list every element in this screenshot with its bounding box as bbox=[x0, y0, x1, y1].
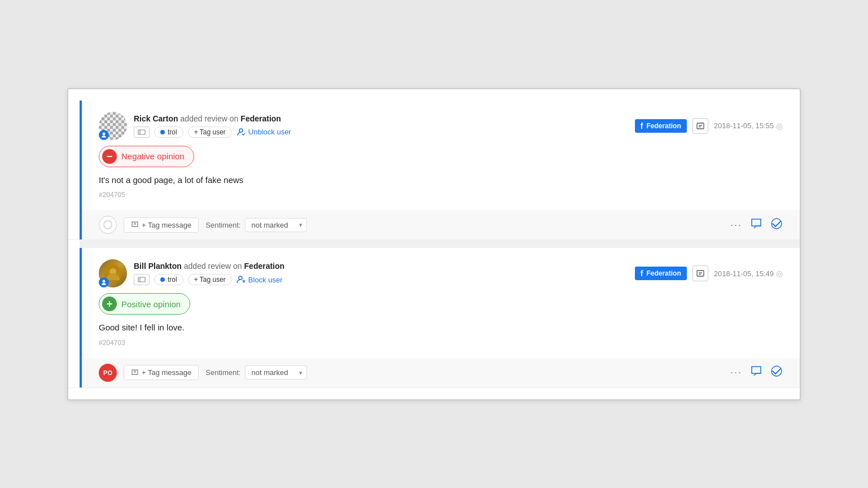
fb-page-2: Federation bbox=[646, 269, 681, 277]
sentiment-select-1[interactable]: not marked positive negative neutral bbox=[245, 218, 307, 232]
avatar-badge-1 bbox=[99, 130, 109, 140]
block-button-2[interactable]: Block user bbox=[236, 275, 283, 284]
tag-icon-2 bbox=[134, 274, 150, 285]
tag-pill-2: trol bbox=[154, 274, 183, 285]
fb-icon-2: f bbox=[641, 269, 643, 278]
circle-check-2[interactable]: PO bbox=[99, 364, 117, 382]
action-text-1: added review on bbox=[181, 114, 239, 123]
opinion-badge-1: − Negative opinion bbox=[99, 146, 194, 167]
footer-right-2: ··· bbox=[730, 365, 783, 380]
action-text-2: added review on bbox=[184, 262, 242, 271]
check-btn-1[interactable] bbox=[770, 217, 783, 233]
tag-pill-1: trol bbox=[154, 127, 183, 138]
tag-message-label-1: + Tag message bbox=[142, 221, 191, 229]
add-tag-button-2[interactable]: + Tag user bbox=[188, 274, 232, 285]
card-body-2: Bill Plankton added review on Federation bbox=[80, 248, 800, 358]
sentiment-select-2[interactable]: not marked positive negative neutral bbox=[245, 365, 307, 380]
review-text-1: It's not a good page, a lot of fake news bbox=[99, 174, 783, 187]
header-left-2: Bill Plankton added review on Federation bbox=[99, 259, 284, 287]
user-name-line-2: Bill Plankton added review on Federation bbox=[134, 262, 284, 271]
user-name-2: Bill Plankton bbox=[134, 262, 182, 271]
opinion-badge-2: + Positive opinion bbox=[99, 293, 190, 315]
user-info-1: Rick Carton added review on Federation bbox=[134, 114, 291, 138]
avatar-2 bbox=[99, 259, 127, 287]
header-left-1: Rick Carton added review on Federation bbox=[99, 112, 291, 140]
footer-left-2: PO + Tag message Sentiment: not marked p… bbox=[99, 364, 307, 382]
source-icon-1 bbox=[692, 118, 708, 134]
geo-icon-2: ◎ bbox=[776, 269, 783, 278]
more-options-2[interactable]: ··· bbox=[730, 367, 742, 378]
user-info-2: Bill Plankton added review on Federation bbox=[134, 262, 284, 285]
header-right-1: f Federation 2018-11-05, 15:55 ◎ bbox=[635, 118, 783, 134]
timestamp-text-2: 2018-11-05, 15:49 bbox=[714, 269, 774, 278]
fb-badge-2: f Federation bbox=[635, 267, 687, 280]
timestamp-text-1: 2018-11-05, 15:55 bbox=[714, 121, 774, 130]
tag-message-btn-1[interactable]: + Tag message bbox=[124, 217, 199, 233]
footer-right-1: ··· bbox=[730, 217, 783, 233]
svg-rect-10 bbox=[138, 277, 145, 282]
card-footer-2: PO + Tag message Sentiment: not marked p… bbox=[80, 358, 800, 387]
svg-rect-15 bbox=[697, 271, 704, 276]
sentiment-label-2: Sentiment: bbox=[205, 368, 240, 377]
unblock-label-1: Unblock user bbox=[248, 128, 291, 136]
card-footer-1: + Tag message Sentiment: not marked posi… bbox=[80, 210, 800, 239]
sentiment-select-wrap-2: not marked positive negative neutral bbox=[245, 365, 307, 380]
page-name-1: Federation bbox=[240, 114, 281, 123]
footer-left-1: + Tag message Sentiment: not marked posi… bbox=[99, 216, 307, 234]
sentiment-wrap-2: Sentiment: not marked positive negative … bbox=[205, 365, 307, 380]
fb-icon-1: f bbox=[641, 121, 643, 130]
avatar-1 bbox=[99, 112, 127, 140]
svg-rect-3 bbox=[697, 123, 704, 129]
more-options-1[interactable]: ··· bbox=[730, 219, 742, 231]
fb-badge-1: f Federation bbox=[635, 119, 687, 133]
card-body-1: Rick Carton added review on Federation bbox=[80, 101, 800, 211]
user-tags-1: trol + Tag user Unblock user bbox=[134, 127, 291, 138]
source-icon-2 bbox=[692, 265, 708, 281]
tag-dot-1 bbox=[160, 130, 165, 134]
svg-point-6 bbox=[104, 221, 112, 229]
opinion-label-1: Negative opinion bbox=[121, 151, 185, 161]
timestamp-1: 2018-11-05, 15:55 ◎ bbox=[714, 121, 783, 130]
opinion-label-2: Positive opinion bbox=[121, 299, 181, 309]
review-text-2: Good site! I fell in love. bbox=[99, 321, 783, 334]
svg-rect-0 bbox=[138, 130, 145, 134]
header-right-2: f Federation 2018-11-05, 15:49 ◎ bbox=[635, 265, 783, 281]
card-gap bbox=[80, 240, 800, 248]
review-id-2: #204703 bbox=[99, 339, 783, 347]
tag-label-2: trol bbox=[168, 276, 177, 284]
comment-btn-2[interactable] bbox=[750, 365, 762, 380]
page-name-2: Federation bbox=[244, 262, 285, 271]
geo-icon-1: ◎ bbox=[776, 121, 783, 130]
add-tag-button-1[interactable]: + Tag user bbox=[188, 127, 232, 138]
opinion-neg-icon-1: − bbox=[102, 149, 117, 164]
comment-btn-1[interactable] bbox=[750, 217, 762, 233]
avatar-badge-2 bbox=[99, 277, 109, 287]
svg-point-12 bbox=[239, 276, 242, 280]
card-header-1: Rick Carton added review on Federation bbox=[99, 112, 783, 140]
user-tags-2: trol + Tag user Block user bbox=[134, 274, 284, 285]
review-id-1: #204705 bbox=[99, 191, 783, 199]
check-btn-2[interactable] bbox=[770, 365, 783, 380]
review-card-1: Rick Carton added review on Federation bbox=[68, 101, 800, 241]
user-name-line-1: Rick Carton added review on Federation bbox=[134, 114, 291, 123]
unblock-button-1[interactable]: Unblock user bbox=[236, 128, 291, 137]
tag-icon-1 bbox=[134, 127, 150, 138]
tag-message-label-2: + Tag message bbox=[142, 368, 191, 377]
fb-page-1: Federation bbox=[646, 122, 681, 130]
main-container: Rick Carton added review on Federation bbox=[67, 88, 801, 400]
svg-point-2 bbox=[239, 129, 243, 132]
user-name-1: Rick Carton bbox=[134, 114, 178, 123]
tag-label-1: trol bbox=[168, 128, 177, 136]
tag-dot-2 bbox=[160, 277, 165, 282]
opinion-pos-icon-2: + bbox=[102, 297, 117, 311]
sentiment-select-wrap-1: not marked positive negative neutral bbox=[245, 218, 307, 232]
circle-check-1[interactable] bbox=[99, 216, 117, 234]
card-header-2: Bill Plankton added review on Federation bbox=[99, 259, 783, 287]
sentiment-wrap-1: Sentiment: not marked positive negative … bbox=[205, 218, 307, 232]
sentiment-label-1: Sentiment: bbox=[205, 221, 240, 229]
block-label-2: Block user bbox=[248, 276, 283, 284]
timestamp-2: 2018-11-05, 15:49 ◎ bbox=[714, 269, 783, 278]
tag-message-btn-2[interactable]: + Tag message bbox=[124, 365, 199, 380]
review-card-2: Bill Plankton added review on Federation bbox=[68, 248, 800, 388]
